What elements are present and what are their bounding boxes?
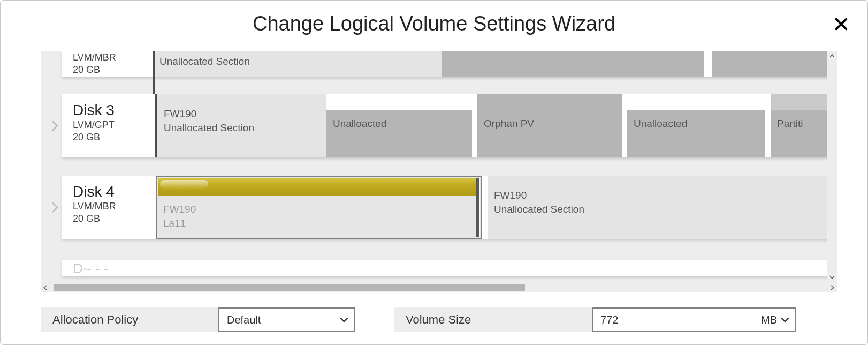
scroll-left-arrow-icon[interactable]: [41, 283, 50, 292]
select-value: Default: [227, 314, 261, 326]
segment-label: Unalloacted: [634, 117, 759, 131]
logical-volume-selected[interactable]: FW190 La11: [156, 176, 482, 239]
disk-size: 20 GB: [73, 64, 149, 76]
segment-label: Unallocated Section: [159, 55, 436, 69]
disk-scroll-area: LVM/MBR 20 GB Unallocated Section Disk 3…: [41, 51, 837, 292]
segment-gap: [765, 110, 771, 158]
vertical-scrollbar[interactable]: [827, 51, 837, 282]
segment-label: FW190: [494, 189, 824, 202]
wizard-title: Change Logical Volume Settings Wizard: [1, 1, 867, 41]
segment-gap: [704, 51, 712, 77]
segment-label: Unalloacted: [333, 117, 466, 131]
lv-usage-bar: [158, 178, 480, 196]
lv-vg-name: FW190: [163, 202, 196, 216]
disk-name: Disk 3: [73, 102, 149, 119]
disk-row: Disk 4 LVM/MBR 20 GB FW190 La11 FW190 Un…: [62, 176, 837, 239]
scroll-up-arrow-icon[interactable]: [827, 51, 837, 61]
segment-partition[interactable]: Partiti: [771, 110, 829, 158]
segment[interactable]: [442, 51, 704, 77]
volume-size-input[interactable]: 772 MB: [592, 308, 796, 332]
segment-label: Orphan PV: [484, 117, 615, 131]
lv-name: La11: [163, 216, 196, 230]
unit-value: MB: [761, 314, 777, 326]
size-value: 772: [600, 314, 618, 326]
disk-name: D·- - -: [73, 260, 149, 277]
segment-label: FW190: [164, 107, 320, 121]
disk-header: Disk 3 LVM/GPT 20 GB: [62, 94, 153, 158]
scroll-down-arrow-icon[interactable]: [827, 272, 837, 282]
segment-unallocated[interactable]: Unallocated Section: [153, 51, 442, 77]
scroll-right-arrow-icon[interactable]: [827, 283, 837, 292]
disk-row: Disk 3 LVM/GPT 20 GB FW190 Unallocated S…: [62, 94, 837, 158]
disk-size: 20 GB: [73, 131, 149, 144]
segment-orphan[interactable]: Orphan PV: [477, 94, 622, 158]
segment-unallocated[interactable]: FW190 Unallocated Section: [157, 94, 326, 158]
horizontal-scrollbar[interactable]: [41, 283, 837, 292]
disk-name: Disk 4: [73, 183, 149, 200]
disk-header: LVM/MBR 20 GB: [62, 51, 153, 77]
size-unit-select[interactable]: MB: [761, 314, 790, 326]
segment[interactable]: Unalloacted: [627, 110, 765, 158]
segment[interactable]: Unalloacted: [326, 110, 472, 158]
disk-header: Disk 4 LVM/MBR 20 GB: [62, 176, 153, 239]
segment[interactable]: [712, 51, 837, 77]
segment-gap: [472, 110, 477, 158]
segment-label: Unallocated Section: [164, 121, 320, 135]
volume-size-label: Volume Size: [394, 308, 592, 332]
resize-handle[interactable]: [476, 178, 480, 237]
disk-size: 20 GB: [73, 213, 149, 225]
segment-unallocated[interactable]: FW190 Unallocated Section: [488, 176, 830, 239]
settings-row: Allocation Policy Default Volume Size 77…: [41, 308, 837, 332]
lv-labels: FW190 La11: [163, 202, 196, 230]
disk-row: D·- - -: [62, 260, 837, 276]
disk-type: LVM/MBR: [73, 51, 149, 64]
segment-label: Partiti: [777, 117, 823, 131]
close-icon[interactable]: [834, 17, 849, 32]
scrollbar-thumb[interactable]: [54, 284, 525, 291]
chevron-down-icon: [339, 315, 349, 325]
segment-gap: [622, 94, 627, 158]
disk-type: LVM/MBR: [73, 200, 149, 213]
chevron-right-icon[interactable]: [51, 121, 59, 131]
allocation-policy-label: Allocation Policy: [41, 308, 218, 332]
chevron-down-icon: [780, 315, 790, 325]
chevron-right-icon[interactable]: [51, 202, 59, 213]
segment-label: Unallocated Section: [494, 202, 824, 216]
disk-row: LVM/MBR 20 GB Unallocated Section: [62, 51, 837, 77]
allocation-policy-select[interactable]: Default: [218, 308, 355, 332]
disk-type: LVM/GPT: [73, 119, 149, 131]
